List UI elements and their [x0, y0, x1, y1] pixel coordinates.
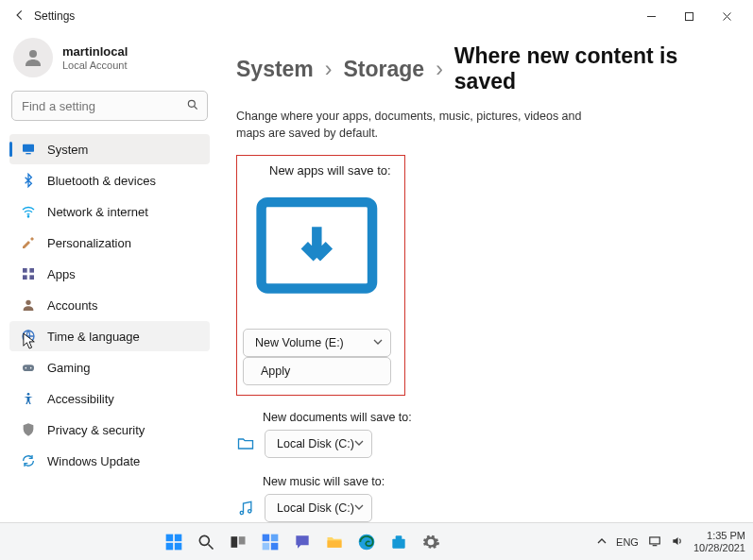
folder-icon: [236, 434, 255, 453]
svg-rect-8: [23, 275, 27, 280]
svg-point-18: [248, 510, 251, 513]
settings-icon[interactable]: [419, 531, 442, 553]
sidebar-item-privacy[interactable]: Privacy & security: [9, 415, 210, 445]
breadcrumb-current: Where new content is saved: [454, 43, 734, 94]
breadcrumb-system[interactable]: System: [236, 57, 314, 82]
dropdown-apps-location[interactable]: New Volume (E:): [243, 329, 391, 357]
svg-rect-9: [29, 275, 34, 280]
widgets-icon[interactable]: [259, 531, 282, 553]
sidebar-item-windows-update[interactable]: Windows Update: [9, 446, 210, 476]
back-button[interactable]: [13, 8, 26, 25]
svg-rect-28: [239, 536, 246, 544]
svg-rect-24: [166, 542, 174, 550]
person-icon: [21, 297, 36, 313]
svg-rect-36: [396, 535, 402, 539]
group-label-music: New music will save to:: [263, 475, 734, 488]
sidebar: martinlocal Local Account System Bluetoo…: [0, 32, 219, 522]
sidebar-item-time-language[interactable]: Time & language: [9, 321, 210, 351]
accessibility-icon: [21, 391, 36, 406]
tray-chevron-icon[interactable]: [597, 536, 607, 548]
apply-label: Apply: [261, 365, 290, 378]
sidebar-item-network[interactable]: Network & internet: [9, 196, 210, 227]
task-view-icon[interactable]: [227, 531, 249, 553]
svg-point-26: [199, 535, 209, 545]
group-label-apps: New apps will save to:: [269, 163, 391, 178]
dropdown-music-location[interactable]: Local Disk (C:): [265, 494, 372, 522]
sidebar-item-personalization[interactable]: Personalization: [9, 228, 210, 258]
svg-rect-37: [650, 536, 660, 543]
sidebar-item-gaming[interactable]: Gaming: [9, 352, 210, 382]
sidebar-item-label: System: [47, 143, 88, 157]
group-documents: New documents will save to: Local Disk (…: [236, 411, 734, 458]
svg-rect-30: [271, 534, 279, 541]
svg-rect-32: [271, 542, 279, 550]
highlight-box: New apps will save to: New Volume (E:) A…: [236, 155, 405, 396]
svg-rect-23: [175, 534, 182, 541]
profile-block[interactable]: martinlocal Local Account: [8, 32, 212, 91]
sidebar-item-label: Network & internet: [47, 205, 148, 219]
breadcrumb-storage[interactable]: Storage: [344, 57, 425, 82]
gaming-icon: [21, 360, 36, 375]
close-button[interactable]: [708, 2, 745, 30]
tray-volume-icon[interactable]: [671, 535, 684, 550]
svg-rect-6: [23, 268, 27, 273]
edge-icon[interactable]: [355, 531, 378, 553]
tray-clock[interactable]: 1:35 PM 10/28/2021: [693, 530, 745, 553]
app-install-icon: [243, 314, 391, 329]
breadcrumb: System › Storage › Where new content is …: [236, 43, 734, 94]
content: System › Storage › Where new content is …: [219, 32, 753, 522]
apply-button[interactable]: Apply: [243, 357, 391, 385]
tray-network-icon[interactable]: [648, 535, 661, 550]
search-input[interactable]: [22, 99, 186, 113]
start-button[interactable]: [163, 531, 185, 553]
maximize-button[interactable]: [670, 2, 708, 30]
explorer-icon[interactable]: [323, 531, 346, 553]
svg-rect-27: [231, 536, 238, 548]
svg-point-2: [188, 100, 195, 107]
sidebar-item-label: Bluetooth & devices: [47, 174, 156, 188]
sidebar-item-accessibility[interactable]: Accessibility: [9, 383, 210, 414]
brush-icon: [21, 235, 36, 250]
dropdown-value: New Volume (E:): [255, 336, 344, 349]
update-icon: [21, 453, 36, 468]
sidebar-item-label: Personalization: [47, 236, 131, 250]
sidebar-item-label: Accessibility: [47, 392, 114, 406]
svg-point-13: [26, 367, 27, 369]
svg-rect-12: [23, 365, 34, 371]
sidebar-item-apps[interactable]: Apps: [9, 259, 210, 289]
chevron-down-icon: [354, 437, 364, 450]
titlebar: Settings: [0, 0, 753, 32]
group-label-docs: New documents will save to:: [263, 411, 734, 424]
window-title: Settings: [34, 9, 75, 23]
dropdown-value: Local Disk (C:): [277, 437, 354, 450]
system-tray[interactable]: ENG 1:35 PM 10/28/2021: [597, 530, 745, 553]
chat-icon[interactable]: [291, 531, 314, 553]
sidebar-item-accounts[interactable]: Accounts: [9, 290, 210, 320]
svg-rect-29: [263, 534, 270, 541]
tray-time: 1:35 PM: [693, 530, 745, 542]
chevron-right-icon: ›: [325, 57, 333, 82]
chevron-down-icon: [354, 501, 364, 515]
nav-list: System Bluetooth & devices Network & int…: [8, 134, 212, 476]
dropdown-docs-location[interactable]: Local Disk (C:): [265, 430, 372, 458]
taskbar: ENG 1:35 PM 10/28/2021: [0, 522, 753, 560]
tray-language[interactable]: ENG: [616, 536, 639, 548]
svg-point-5: [27, 216, 28, 217]
svg-rect-3: [23, 144, 34, 152]
search-box[interactable]: [11, 91, 208, 121]
svg-rect-33: [328, 540, 342, 548]
mouse-cursor-icon: [23, 332, 36, 349]
sidebar-item-bluetooth[interactable]: Bluetooth & devices: [9, 165, 210, 195]
taskbar-search-icon[interactable]: [195, 531, 217, 553]
profile-sub: Local Account: [62, 59, 128, 71]
svg-point-1: [29, 50, 37, 58]
store-icon[interactable]: [387, 531, 410, 553]
minimize-button[interactable]: [632, 2, 670, 30]
monitor-icon: [21, 142, 36, 157]
svg-rect-0: [685, 12, 693, 20]
chevron-down-icon: [373, 336, 383, 349]
sidebar-item-system[interactable]: System: [9, 134, 210, 164]
svg-rect-31: [263, 542, 270, 550]
sidebar-item-label: Gaming: [47, 361, 91, 375]
svg-rect-22: [166, 534, 174, 541]
